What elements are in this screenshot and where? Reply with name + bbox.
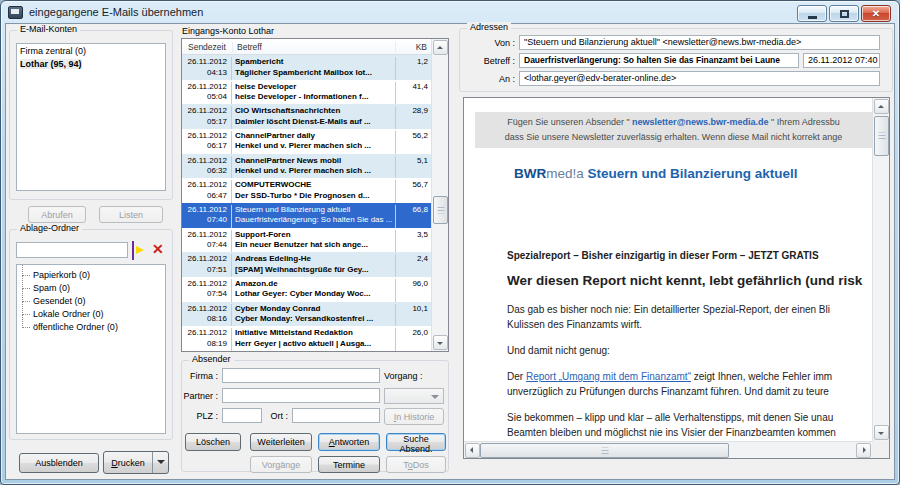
preview-scroll-right-icon[interactable] — [856, 443, 871, 458]
folder-item[interactable]: Spam (0) — [17, 282, 165, 295]
mail-rows: 26.11.201204:13SpamberichtTäglicher Spam… — [182, 55, 431, 351]
close-icon: ✕ — [872, 8, 880, 19]
mail-row[interactable]: 26.11.201206:47COMPUTERWOCHEDer SSD-Turb… — [182, 178, 431, 203]
mail-list-title: Eingangs-Konto Lothar — [182, 26, 274, 36]
to-field[interactable]: <lothar.geyer@edv-berater-online.de> — [519, 71, 880, 86]
preview-body-line: Das gab es bisher noch nie: Ein detailli… — [507, 302, 871, 317]
account-item[interactable]: Firma zentral (0) — [17, 44, 165, 57]
mail-row-betreff: Cyber Monday ConradCyber Monday: Versand… — [232, 304, 395, 327]
preview-vscrollbar[interactable] — [872, 98, 889, 441]
column-header-betreff[interactable]: Betreff — [232, 42, 395, 52]
mail-row[interactable]: 26.11.201205:04heise Developer heise Dev… — [182, 80, 431, 105]
mail-row[interactable]: 26.11.201207:40Steuern und Bilanzierung … — [182, 203, 431, 228]
todos-button[interactable]: ToDos — [386, 456, 446, 473]
vorgang-dropdown[interactable] — [384, 388, 444, 404]
scroll-down-icon[interactable] — [433, 335, 448, 350]
from-field[interactable]: "Steuern und Bilanzierung aktuell" <news… — [519, 35, 880, 50]
clear-filter-icon[interactable]: ✕ — [152, 241, 164, 257]
preview-body-line: Beamten bleiben und möglichst nie ins Vi… — [507, 425, 871, 440]
mail-row[interactable]: 26.11.201207:54Amazon.deLothar Geyer: Cy… — [182, 277, 431, 302]
banner-email-link[interactable]: newsletter@news.bwr-media.de — [632, 117, 768, 127]
newsletter-banner: Fügen Sie unseren Absender " newsletter@… — [475, 112, 872, 148]
column-header-sendezeit[interactable]: Sendezeit — [182, 42, 232, 52]
minimize-icon — [808, 16, 817, 19]
hide-button[interactable]: Ausblenden — [19, 453, 99, 473]
mail-row-betreff: ChannelPartner News mobilHenkel und v. P… — [232, 156, 395, 179]
mail-row[interactable]: 26.11.201205:17CIO Wirtschaftsnachrichte… — [182, 104, 431, 129]
plz-field[interactable] — [222, 408, 262, 423]
mail-list-scrollbar[interactable] — [431, 39, 448, 351]
mail-row-betreff: Steuern und Bilanzierung aktuellDauerfri… — [232, 205, 395, 228]
fetch-button[interactable]: Abrufen — [28, 206, 86, 223]
report-link[interactable]: Report „Umgang mit dem Finanzamt“ — [526, 371, 691, 382]
subject-field[interactable]: Dauerfristverlängerung: So halten Sie da… — [519, 53, 799, 68]
mail-row[interactable]: 26.11.201207:51Andreas Edeling-He[SPAM] … — [182, 252, 431, 277]
preview-hscrollbar[interactable] — [464, 441, 872, 458]
banner-line1: Fügen Sie unseren Absender " newsletter@… — [475, 115, 872, 130]
mail-row-sendtime: 26.11.201206:32 — [182, 156, 232, 179]
mail-row[interactable]: 26.11.201207:44Support-ForenEin neuer Be… — [182, 228, 431, 253]
reply-button[interactable]: Antworten — [318, 433, 380, 451]
window-title: eingegangene E-Mails übernehmen — [29, 6, 203, 18]
appointments-button[interactable]: Termine — [318, 456, 380, 473]
address-lookup-icon[interactable] — [132, 241, 134, 260]
folder-item[interactable]: Lokale Ordner (0) — [17, 308, 165, 321]
accounts-list[interactable]: Firma zentral (0)Lothar (95, 94) — [16, 43, 166, 191]
date-field: 26.11.2012 07:40 — [803, 53, 880, 68]
folder-item[interactable]: Gesendet (0) — [17, 295, 165, 308]
accounts-group: E-Mail-Konten Firma zentral (0)Lothar (9… — [9, 30, 173, 200]
partner-field[interactable] — [222, 388, 380, 403]
mail-row-betreff: Andreas Edeling-He[SPAM] Weihnachtsgrüße… — [232, 254, 395, 277]
mail-row-kb: 26,0 — [395, 328, 431, 351]
preview-scroll-down-icon[interactable] — [874, 425, 889, 440]
preview-body-line: Kulissen des Finanzamts wirft. — [507, 317, 871, 332]
preview-scroll-up-icon[interactable] — [874, 99, 889, 114]
mail-row[interactable]: 26.11.201208:19Initiative Mittelstand Re… — [182, 326, 431, 351]
folder-item[interactable]: Papierkorb (0) — [17, 269, 165, 282]
preview-body: Spezialreport – Bisher einzigartig in di… — [507, 248, 871, 440]
delete-button[interactable]: Löschen — [185, 433, 241, 451]
caption-buttons: ✕ — [797, 5, 891, 22]
mail-row-sendtime: 26.11.201208:16 — [182, 304, 232, 327]
folders-tree[interactable]: Papierkorb (0)Spam (0)Gesendet (0)Lokale… — [16, 264, 166, 434]
account-item[interactable]: Lothar (95, 94) — [17, 57, 165, 70]
scrollbar-corner — [872, 441, 889, 458]
mail-row[interactable]: 26.11.201208:16Cyber Monday ConradCyber … — [182, 302, 431, 327]
mail-row-sendtime: 26.11.201205:04 — [182, 82, 232, 105]
ort-field[interactable] — [292, 408, 380, 423]
to-label: An : — [460, 74, 515, 84]
print-dropdown-arrow[interactable] — [152, 452, 168, 473]
minimize-button[interactable] — [797, 5, 827, 22]
app-window: eingegangene E-Mails übernehmen ✕ E-Mail… — [0, 0, 900, 485]
preview-body-line: Sie bekommen – klipp und klar – alle Ver… — [507, 410, 871, 425]
print-button-label: Drucken — [104, 452, 152, 473]
preview-hscroll-thumb[interactable] — [480, 443, 729, 458]
mail-row[interactable]: 26.11.201204:13SpamberichtTäglicher Spam… — [182, 55, 431, 80]
preview-body-line: Und damit nicht genug: — [507, 343, 871, 358]
processes-button[interactable]: Vorgänge — [250, 456, 312, 473]
print-button[interactable]: Drucken — [103, 451, 169, 474]
addresses-group-label: Adressen — [467, 22, 511, 32]
scroll-up-icon[interactable] — [433, 40, 448, 55]
mail-row[interactable]: 26.11.201206:32ChannelPartner News mobil… — [182, 154, 431, 179]
from-label: Von : — [460, 38, 515, 48]
folder-item[interactable]: öffentliche Ordner (0) — [17, 321, 165, 334]
preview-vscroll-thumb[interactable] — [874, 116, 889, 156]
subject-label: Betreff : — [460, 56, 515, 66]
in-history-button[interactable]: In Historie — [384, 408, 444, 425]
mail-row-kb: 66,8 — [395, 205, 431, 228]
mail-scroll-thumb[interactable] — [433, 196, 448, 224]
folder-filter-input[interactable] — [16, 242, 128, 258]
sender-group-label: Absender — [189, 354, 234, 364]
close-button[interactable]: ✕ — [861, 5, 891, 22]
maximize-button[interactable] — [829, 5, 859, 22]
search-sender-button[interactable]: Suche Absend. — [386, 433, 446, 451]
preview-scroll-left-icon[interactable] — [465, 443, 480, 458]
forward-button[interactable]: Weiterleiten — [250, 433, 312, 451]
column-header-kb[interactable]: KB — [395, 42, 431, 52]
mail-row-kb: 5,1 — [395, 156, 431, 179]
mail-row[interactable]: 26.11.201206:17ChannelPartner dailyHenke… — [182, 129, 431, 154]
firma-field[interactable] — [222, 368, 380, 383]
mail-row-betreff: Amazon.deLothar Geyer: Cyber Monday Woc.… — [232, 279, 395, 302]
lists-button[interactable]: Listen — [99, 206, 163, 223]
